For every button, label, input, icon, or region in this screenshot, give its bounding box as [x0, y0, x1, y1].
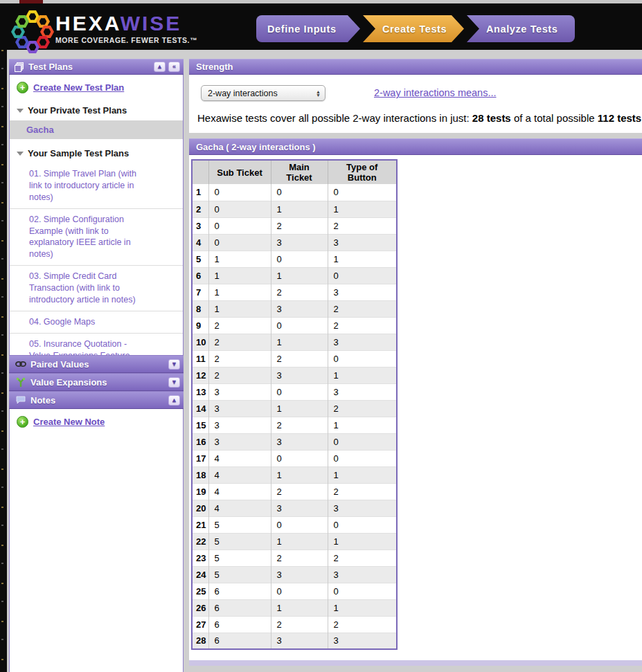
cell-value: 0 [271, 450, 328, 466]
cell-value: 1 [208, 300, 271, 317]
row-number: 22 [192, 533, 208, 550]
cell-value: 2 [328, 317, 397, 334]
cell-value: 2 [271, 350, 328, 367]
table-body: 1000201130224033510161107123813292021021… [192, 184, 397, 649]
table-header-row: Sub Ticket Main Ticket Type of Button [192, 160, 397, 184]
sidebar-item-gacha[interactable]: Gacha [10, 120, 183, 139]
app-header: HEXAWISE MORE COVERAGE. FEWER TESTS.™ De… [0, 3, 642, 50]
dropdown-stepper-icon: ▲▼ [316, 90, 321, 97]
cell-value: 2 [208, 317, 271, 334]
notes-section-header[interactable]: Notes ▲ [9, 391, 184, 409]
cell-value: 6 [208, 583, 271, 599]
paired-values-section-header[interactable]: Paired Values ▼ [9, 355, 184, 373]
table-row: 26611 [192, 599, 397, 616]
sidebar-item-sample-plan[interactable]: 03. Simple Credit Card Transaction (with… [10, 265, 183, 311]
cell-value: 1 [271, 533, 328, 550]
nav-create-tests[interactable]: Create Tests [363, 15, 464, 42]
sidebar-item-sample-plan[interactable]: 01. Simple Travel Plan (with link to int… [10, 163, 183, 208]
collapse-panel-button[interactable]: ▲ [154, 62, 166, 72]
cell-value: 2 [328, 550, 397, 566]
cell-value: 1 [271, 267, 328, 284]
row-number: 3 [192, 217, 208, 234]
sidebar: Test Plans ▲ « + Create New Test Plan Yo… [9, 59, 184, 672]
cell-value: 0 [271, 184, 328, 201]
table-row: 2011 [192, 201, 397, 217]
test-plans-panel-header: Test Plans ▲ « [9, 59, 184, 75]
row-number: 14 [192, 400, 208, 417]
nav-analyze-tests[interactable]: Analyze Tests [467, 15, 575, 42]
brand-tagline: MORE COVERAGE. FEWER TESTS.™ [55, 36, 197, 44]
table-row: 7123 [192, 284, 397, 300]
sidebar-item-sample-plan[interactable]: 02. Simple Configuration Example (with l… [10, 208, 183, 266]
expand-section-button[interactable]: ▼ [168, 377, 180, 388]
cell-value: 0 [328, 184, 397, 201]
logo-text: HEXAWISE MORE COVERAGE. FEWER TESTS.™ [55, 13, 197, 44]
cell-value: 1 [328, 599, 397, 616]
table-row: 6110 [192, 267, 397, 284]
create-new-test-plan-row: + Create New Test Plan [10, 75, 183, 99]
private-test-plans-header[interactable]: Your Private Test Plans [10, 99, 183, 119]
row-number: 8 [192, 300, 208, 317]
cell-value: 1 [208, 267, 271, 284]
table-row: 24533 [192, 566, 397, 583]
chain-icon [15, 361, 27, 367]
cell-value: 0 [208, 201, 271, 217]
table-row: 27622 [192, 616, 397, 633]
strength-dropdown-value: 2-way interactions [208, 89, 316, 98]
collapse-sidebar-button[interactable]: « [168, 62, 180, 72]
table-row: 12231 [192, 367, 397, 383]
value-expansions-section-header[interactable]: Value Expansions ▼ [9, 373, 184, 391]
cell-value: 1 [328, 417, 397, 433]
cell-value: 3 [328, 383, 397, 400]
cell-value: 1 [328, 466, 397, 483]
collapse-section-button[interactable]: ▲ [168, 395, 180, 406]
cell-value: 5 [208, 516, 271, 533]
sample-test-plans-header[interactable]: Your Sample Test Plans [10, 139, 183, 162]
cell-value: 2 [328, 300, 397, 317]
sidebar-item-sample-plan[interactable]: 05. Insurance Quotation - Value Expansio… [10, 333, 183, 355]
strength-dropdown[interactable]: 2-way interactions ▲▼ [201, 85, 326, 101]
row-number-column-header [192, 160, 208, 184]
cell-value: 1 [328, 201, 397, 217]
cell-value: 3 [271, 300, 328, 317]
cell-value: 2 [328, 400, 397, 417]
row-number: 27 [192, 616, 208, 633]
cell-value: 0 [328, 433, 397, 450]
table-row: 16330 [192, 433, 397, 450]
test-plans-panel-title: Test Plans [28, 62, 151, 72]
sample-test-plan-list: 01. Simple Travel Plan (with link to int… [10, 163, 183, 355]
cell-value: 3 [328, 284, 397, 300]
row-number: 5 [192, 251, 208, 267]
nav-define-inputs[interactable]: Define Inputs [256, 15, 360, 42]
cell-value: 0 [271, 317, 328, 334]
cell-value: 0 [328, 583, 397, 599]
table-row: 22511 [192, 533, 397, 550]
expand-section-button[interactable]: ▼ [168, 359, 180, 370]
strength-panel-header: Strength [189, 59, 642, 75]
cell-value: 3 [271, 367, 328, 383]
cell-value: 2 [208, 334, 271, 350]
table-row: 20433 [192, 500, 397, 516]
cell-value: 2 [271, 284, 328, 300]
interactions-means-link[interactable]: 2-way interactions means... [374, 87, 497, 98]
sidebar-item-sample-plan[interactable]: 04. Google Maps [10, 311, 183, 333]
test-plans-panel-body: + Create New Test Plan Your Private Test… [9, 75, 184, 355]
cell-value: 1 [271, 334, 328, 350]
notes-panel-body: + Create New Note [9, 409, 184, 672]
cell-value: 0 [208, 217, 271, 234]
cell-value: 5 [208, 550, 271, 566]
total-tests-count: 112 tests [598, 112, 641, 124]
row-number: 15 [192, 417, 208, 433]
cell-value: 1 [208, 284, 271, 300]
cell-value: 3 [328, 633, 397, 649]
table-row: 18411 [192, 466, 397, 483]
create-new-note-link[interactable]: Create New Note [33, 417, 105, 427]
create-new-test-plan-link[interactable]: Create New Test Plan [33, 82, 124, 93]
cell-value: 2 [328, 217, 397, 234]
row-number: 9 [192, 317, 208, 334]
row-number: 1 [192, 184, 208, 201]
cell-value: 0 [328, 267, 397, 284]
row-number: 19 [192, 483, 208, 500]
cell-value: 2 [328, 616, 397, 633]
column-header-sub-ticket: Sub Ticket [208, 160, 271, 184]
